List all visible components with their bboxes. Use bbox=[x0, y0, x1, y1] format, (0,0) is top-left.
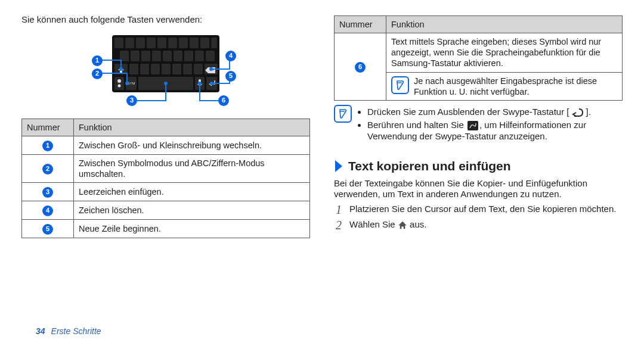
svg-rect-3 bbox=[136, 38, 145, 48]
section-title: Text kopieren und einfügen bbox=[348, 158, 511, 174]
breadcrumb: Erste Schritte bbox=[51, 326, 101, 337]
row-desc: Neue Zeile beginnen. bbox=[74, 219, 310, 238]
table-row: 6 Text mittels Sprache eingeben; dieses … bbox=[335, 33, 623, 72]
svg-rect-18 bbox=[195, 51, 204, 61]
text-fragment: Berühren und halten Sie bbox=[367, 120, 466, 130]
row-badge: 2 bbox=[42, 164, 53, 174]
table-row: 2 Zwischen Symbolmodus und ABC/Ziffern-M… bbox=[22, 154, 310, 182]
table-row: 3 Leerzeichen einfügen. bbox=[22, 183, 310, 201]
svg-point-39 bbox=[120, 68, 122, 70]
row-desc: Leerzeichen einfügen. bbox=[74, 183, 310, 201]
svg-rect-12 bbox=[131, 51, 140, 61]
th-number: Nummer bbox=[22, 119, 74, 136]
svg-rect-13 bbox=[141, 51, 150, 61]
svg-rect-9 bbox=[200, 38, 209, 48]
section-heading: Text kopieren und einfügen bbox=[334, 158, 623, 174]
callout-badge-6: 6 bbox=[218, 95, 229, 106]
svg-rect-1 bbox=[114, 38, 123, 48]
svg-rect-19 bbox=[206, 51, 215, 61]
page-number: 34 bbox=[36, 326, 45, 337]
callout-badge-4: 4 bbox=[225, 51, 236, 61]
section-body: Bei der Texteingabe können Sie die Kopie… bbox=[334, 178, 623, 201]
svg-rect-7 bbox=[179, 38, 188, 48]
step-1: 1 Platzieren Sie den Cursor auf dem Text… bbox=[334, 204, 623, 216]
svg-point-36 bbox=[118, 84, 121, 87]
info-bullets: Drücken Sie zum Ausblenden der Swype-Tas… bbox=[367, 107, 623, 142]
row-badge: 1 bbox=[42, 141, 53, 151]
function-table-right: Nummer Funktion 6 Text mittels Sprache e… bbox=[334, 15, 623, 101]
text-fragment: Wählen Sie bbox=[349, 219, 398, 229]
svg-rect-10 bbox=[211, 38, 217, 48]
svg-rect-4 bbox=[147, 38, 156, 48]
text-fragment: aus. bbox=[407, 219, 427, 229]
keyboard-diagram: × SYM bbox=[100, 35, 231, 107]
svg-rect-29 bbox=[114, 77, 124, 90]
chevron-icon bbox=[334, 159, 345, 173]
svg-point-35 bbox=[117, 79, 121, 83]
back-key-glyph bbox=[571, 107, 585, 118]
svg-rect-8 bbox=[190, 38, 199, 48]
page-footer: 34 Erste Schritte bbox=[0, 322, 644, 342]
home-icon bbox=[398, 221, 407, 229]
svg-rect-16 bbox=[174, 51, 182, 61]
step-number: 1 bbox=[334, 204, 343, 216]
row-desc: Zwischen Symbolmodus und ABC/Ziffern-Mod… bbox=[74, 154, 310, 182]
svg-rect-21 bbox=[129, 64, 138, 74]
svg-rect-5 bbox=[157, 38, 166, 48]
row-badge: 6 bbox=[355, 62, 366, 73]
svg-rect-22 bbox=[140, 64, 149, 74]
callout-badge-3: 3 bbox=[126, 95, 137, 106]
svg-point-43 bbox=[210, 82, 213, 85]
right-column: Nummer Funktion 6 Text mittels Sprache e… bbox=[334, 11, 623, 322]
svg-point-42 bbox=[210, 68, 212, 70]
info-icon bbox=[334, 105, 352, 123]
callout-badge-5: 5 bbox=[225, 71, 236, 82]
step-number: 2 bbox=[334, 219, 343, 231]
step-text: Wählen Sie aus. bbox=[349, 219, 623, 230]
left-column: Sie können auch folgende Tasten verwende… bbox=[21, 11, 310, 322]
page-content: Sie können auch folgende Tasten verwende… bbox=[0, 0, 644, 322]
svg-rect-27 bbox=[194, 64, 203, 74]
table-row: 5 Neue Zeile beginnen. bbox=[22, 219, 310, 238]
keyboard-diagram-wrapper: × SYM bbox=[21, 29, 310, 114]
callout-badge-1: 1 bbox=[92, 55, 103, 66]
row-desc: Zeichen löschen. bbox=[74, 201, 310, 219]
svg-rect-15 bbox=[163, 51, 172, 61]
svg-rect-24 bbox=[162, 64, 171, 74]
row-note: Je nach ausgewählter Eingabesprache ist … bbox=[414, 76, 617, 97]
row-badge: 5 bbox=[42, 224, 53, 235]
row-badge: 4 bbox=[42, 205, 53, 216]
intro-text: Sie können auch folgende Tasten verwende… bbox=[21, 14, 310, 26]
text-fragment: ]. bbox=[586, 107, 591, 117]
function-table-left: Nummer Funktion 1 Zwischen Groß- und Kle… bbox=[21, 119, 310, 238]
row-desc: Text mittels Sprache eingeben; dieses Sy… bbox=[386, 33, 623, 72]
info-icon bbox=[391, 76, 409, 94]
th-function: Funktion bbox=[386, 16, 623, 33]
row-badge: 3 bbox=[42, 187, 53, 198]
svg-point-44 bbox=[199, 82, 201, 85]
th-number: Nummer bbox=[335, 16, 386, 33]
svg-rect-17 bbox=[184, 51, 193, 61]
svg-point-40 bbox=[126, 82, 128, 85]
keyboard-svg: × SYM bbox=[100, 35, 231, 107]
svg-rect-6 bbox=[168, 38, 177, 48]
svg-point-41 bbox=[165, 82, 167, 85]
callout-badge-2: 2 bbox=[92, 68, 103, 79]
svg-rect-23 bbox=[151, 64, 160, 74]
table-row: 4 Zeichen löschen. bbox=[22, 201, 310, 219]
info-block: Drücken Sie zum Ausblenden der Swype-Tas… bbox=[334, 101, 623, 148]
table-row: 1 Zwischen Groß- und Kleinschreibung wec… bbox=[22, 136, 310, 154]
text-fragment: Drücken Sie zum Ausblenden der Swype-Tas… bbox=[367, 107, 569, 117]
step-text: Platzieren Sie den Cursor auf dem Text, … bbox=[349, 204, 623, 215]
svg-rect-26 bbox=[183, 64, 192, 74]
list-item: Berühren und halten Sie , um Hilfeinform… bbox=[367, 120, 623, 142]
step-2: 2 Wählen Sie aus. bbox=[334, 219, 623, 231]
row-desc: Zwischen Groß- und Kleinschreibung wechs… bbox=[74, 136, 310, 154]
svg-rect-2 bbox=[125, 38, 134, 48]
svg-rect-25 bbox=[172, 64, 181, 74]
th-function: Funktion bbox=[74, 119, 310, 136]
list-item: Drücken Sie zum Ausblenden der Swype-Tas… bbox=[367, 107, 623, 118]
svg-rect-14 bbox=[152, 51, 161, 61]
swype-key-glyph bbox=[467, 121, 478, 130]
